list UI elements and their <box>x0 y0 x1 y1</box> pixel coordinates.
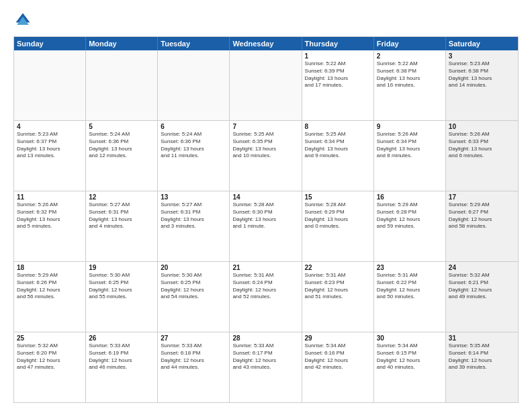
calendar-cell-day-26: 26Sunrise: 5:33 AM Sunset: 6:19 PM Dayli… <box>86 332 158 402</box>
calendar-cell-day-6: 6Sunrise: 5:24 AM Sunset: 6:36 PM Daylig… <box>158 121 230 191</box>
day-number: 4 <box>17 123 83 130</box>
weekday-header-monday: Monday <box>86 37 158 50</box>
cell-info: Sunrise: 5:23 AM Sunset: 6:38 PM Dayligh… <box>449 60 515 89</box>
day-number: 7 <box>232 123 298 130</box>
cell-info: Sunrise: 5:32 AM Sunset: 6:20 PM Dayligh… <box>17 342 83 371</box>
cell-info: Sunrise: 5:27 AM Sunset: 6:31 PM Dayligh… <box>161 201 226 230</box>
cell-info: Sunrise: 5:29 AM Sunset: 6:26 PM Dayligh… <box>17 272 83 301</box>
calendar-cell-day-16: 16Sunrise: 5:29 AM Sunset: 6:28 PM Dayli… <box>374 191 446 261</box>
logo-icon <box>13 11 32 30</box>
cell-info: Sunrise: 5:30 AM Sunset: 6:25 PM Dayligh… <box>89 272 154 301</box>
day-number: 23 <box>377 264 443 271</box>
calendar-cell-day-23: 23Sunrise: 5:31 AM Sunset: 6:22 PM Dayli… <box>374 262 446 332</box>
day-number: 31 <box>449 334 515 342</box>
calendar-cell-day-31: 31Sunrise: 5:35 AM Sunset: 6:14 PM Dayli… <box>446 332 518 402</box>
weekday-header-sunday: Sunday <box>14 37 86 50</box>
weekday-header-wednesday: Wednesday <box>230 37 302 50</box>
cell-info: Sunrise: 5:26 AM Sunset: 6:32 PM Dayligh… <box>17 201 83 230</box>
day-number: 12 <box>89 193 154 201</box>
cell-info: Sunrise: 5:30 AM Sunset: 6:25 PM Dayligh… <box>161 272 226 301</box>
cell-info: Sunrise: 5:31 AM Sunset: 6:23 PM Dayligh… <box>305 272 371 301</box>
day-number: 8 <box>305 123 371 130</box>
day-number: 15 <box>305 193 371 201</box>
day-number: 9 <box>377 123 443 130</box>
cell-info: Sunrise: 5:25 AM Sunset: 6:35 PM Dayligh… <box>232 131 298 160</box>
calendar-row-3: 18Sunrise: 5:29 AM Sunset: 6:26 PM Dayli… <box>14 261 518 332</box>
cell-info: Sunrise: 5:26 AM Sunset: 6:34 PM Dayligh… <box>377 131 443 160</box>
calendar-row-4: 25Sunrise: 5:32 AM Sunset: 6:20 PM Dayli… <box>14 332 518 402</box>
cell-info: Sunrise: 5:33 AM Sunset: 6:18 PM Dayligh… <box>161 342 226 371</box>
day-number: 3 <box>449 52 515 60</box>
cell-info: Sunrise: 5:31 AM Sunset: 6:24 PM Dayligh… <box>232 272 298 301</box>
day-number: 27 <box>161 334 226 342</box>
calendar-cell-day-15: 15Sunrise: 5:28 AM Sunset: 6:29 PM Dayli… <box>302 191 374 261</box>
day-number: 1 <box>305 52 371 60</box>
day-number: 10 <box>449 123 515 130</box>
cell-info: Sunrise: 5:24 AM Sunset: 6:36 PM Dayligh… <box>161 131 226 160</box>
calendar-cell-day-29: 29Sunrise: 5:34 AM Sunset: 6:16 PM Dayli… <box>302 332 374 402</box>
day-number: 5 <box>89 123 154 130</box>
cell-info: Sunrise: 5:23 AM Sunset: 6:37 PM Dayligh… <box>17 131 83 160</box>
cell-info: Sunrise: 5:35 AM Sunset: 6:14 PM Dayligh… <box>449 342 515 371</box>
logo <box>13 11 35 30</box>
calendar-cell-day-12: 12Sunrise: 5:27 AM Sunset: 6:31 PM Dayli… <box>86 191 158 261</box>
calendar-cell-day-4: 4Sunrise: 5:23 AM Sunset: 6:37 PM Daylig… <box>14 121 86 191</box>
calendar-cell-day-27: 27Sunrise: 5:33 AM Sunset: 6:18 PM Dayli… <box>158 332 230 402</box>
cell-info: Sunrise: 5:29 AM Sunset: 6:28 PM Dayligh… <box>377 201 443 230</box>
calendar-cell-day-3: 3Sunrise: 5:23 AM Sunset: 6:38 PM Daylig… <box>446 50 518 120</box>
cell-info: Sunrise: 5:26 AM Sunset: 6:33 PM Dayligh… <box>449 131 515 160</box>
calendar-cell-day-30: 30Sunrise: 5:34 AM Sunset: 6:15 PM Dayli… <box>374 332 446 402</box>
weekday-header-thursday: Thursday <box>302 37 374 50</box>
day-number: 19 <box>89 264 154 271</box>
cell-info: Sunrise: 5:32 AM Sunset: 6:21 PM Dayligh… <box>449 272 515 301</box>
cell-info: Sunrise: 5:22 AM Sunset: 6:39 PM Dayligh… <box>305 60 371 89</box>
cell-info: Sunrise: 5:27 AM Sunset: 6:31 PM Dayligh… <box>89 201 154 230</box>
weekday-header-tuesday: Tuesday <box>158 37 230 50</box>
calendar-row-1: 4Sunrise: 5:23 AM Sunset: 6:37 PM Daylig… <box>14 120 518 191</box>
calendar-cell-day-22: 22Sunrise: 5:31 AM Sunset: 6:23 PM Dayli… <box>302 262 374 332</box>
calendar-cell-day-13: 13Sunrise: 5:27 AM Sunset: 6:31 PM Dayli… <box>158 191 230 261</box>
cell-info: Sunrise: 5:29 AM Sunset: 6:27 PM Dayligh… <box>449 201 515 230</box>
cell-info: Sunrise: 5:34 AM Sunset: 6:15 PM Dayligh… <box>377 342 443 371</box>
calendar-cell-day-21: 21Sunrise: 5:31 AM Sunset: 6:24 PM Dayli… <box>230 262 302 332</box>
calendar-cell-day-20: 20Sunrise: 5:30 AM Sunset: 6:25 PM Dayli… <box>158 262 230 332</box>
calendar-cell-day-9: 9Sunrise: 5:26 AM Sunset: 6:34 PM Daylig… <box>374 121 446 191</box>
calendar-cell-day-14: 14Sunrise: 5:28 AM Sunset: 6:30 PM Dayli… <box>230 191 302 261</box>
calendar-cell-empty-0-2 <box>158 50 230 120</box>
calendar-cell-day-1: 1Sunrise: 5:22 AM Sunset: 6:39 PM Daylig… <box>302 50 374 120</box>
cell-info: Sunrise: 5:31 AM Sunset: 6:22 PM Dayligh… <box>377 272 443 301</box>
weekday-header-saturday: Saturday <box>446 37 518 50</box>
day-number: 30 <box>377 334 443 342</box>
day-number: 18 <box>17 264 83 271</box>
day-number: 21 <box>232 264 298 271</box>
cell-info: Sunrise: 5:24 AM Sunset: 6:36 PM Dayligh… <box>89 131 154 160</box>
day-number: 6 <box>161 123 226 130</box>
day-number: 2 <box>377 52 443 60</box>
page: SundayMondayTuesdayWednesdayThursdayFrid… <box>0 0 532 411</box>
calendar-row-0: 1Sunrise: 5:22 AM Sunset: 6:39 PM Daylig… <box>14 50 518 120</box>
cell-info: Sunrise: 5:33 AM Sunset: 6:17 PM Dayligh… <box>232 342 298 371</box>
calendar-cell-day-8: 8Sunrise: 5:25 AM Sunset: 6:34 PM Daylig… <box>302 121 374 191</box>
cell-info: Sunrise: 5:22 AM Sunset: 6:38 PM Dayligh… <box>377 60 443 89</box>
calendar-cell-day-11: 11Sunrise: 5:26 AM Sunset: 6:32 PM Dayli… <box>14 191 86 261</box>
day-number: 20 <box>161 264 226 271</box>
cell-info: Sunrise: 5:28 AM Sunset: 6:30 PM Dayligh… <box>232 201 298 230</box>
calendar-body: 1Sunrise: 5:22 AM Sunset: 6:39 PM Daylig… <box>14 50 518 402</box>
cell-info: Sunrise: 5:28 AM Sunset: 6:29 PM Dayligh… <box>305 201 371 230</box>
calendar-cell-day-28: 28Sunrise: 5:33 AM Sunset: 6:17 PM Dayli… <box>230 332 302 402</box>
calendar-row-2: 11Sunrise: 5:26 AM Sunset: 6:32 PM Dayli… <box>14 191 518 261</box>
day-number: 16 <box>377 193 443 201</box>
day-number: 26 <box>89 334 154 342</box>
calendar-cell-day-24: 24Sunrise: 5:32 AM Sunset: 6:21 PM Dayli… <box>446 262 518 332</box>
cell-info: Sunrise: 5:25 AM Sunset: 6:34 PM Dayligh… <box>305 131 371 160</box>
calendar-cell-day-17: 17Sunrise: 5:29 AM Sunset: 6:27 PM Dayli… <box>446 191 518 261</box>
calendar-cell-day-2: 2Sunrise: 5:22 AM Sunset: 6:38 PM Daylig… <box>374 50 446 120</box>
day-number: 13 <box>161 193 226 201</box>
calendar-cell-day-19: 19Sunrise: 5:30 AM Sunset: 6:25 PM Dayli… <box>86 262 158 332</box>
calendar-cell-day-10: 10Sunrise: 5:26 AM Sunset: 6:33 PM Dayli… <box>446 121 518 191</box>
calendar-cell-day-18: 18Sunrise: 5:29 AM Sunset: 6:26 PM Dayli… <box>14 262 86 332</box>
header <box>13 11 519 30</box>
calendar-cell-day-25: 25Sunrise: 5:32 AM Sunset: 6:20 PM Dayli… <box>14 332 86 402</box>
day-number: 25 <box>17 334 83 342</box>
calendar-cell-day-5: 5Sunrise: 5:24 AM Sunset: 6:36 PM Daylig… <box>86 121 158 191</box>
